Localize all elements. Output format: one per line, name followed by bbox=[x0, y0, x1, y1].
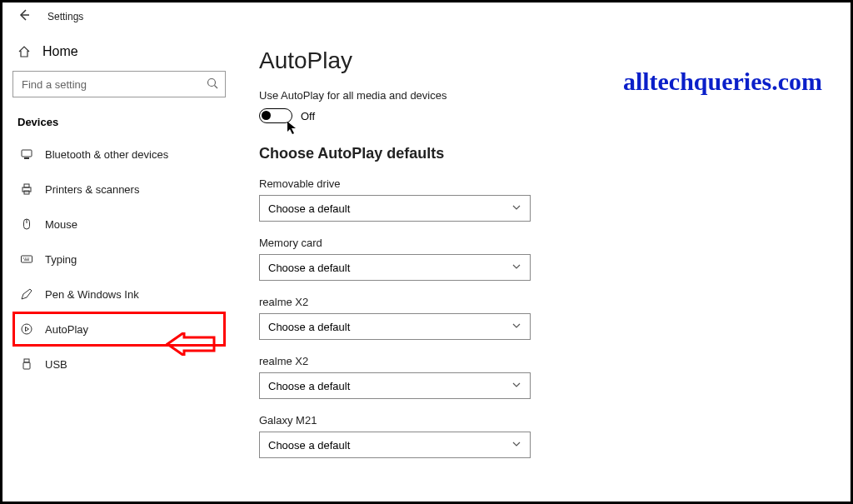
chevron-down-icon bbox=[511, 321, 521, 333]
toggle-state-text: Off bbox=[301, 110, 315, 122]
device-label: realme X2 bbox=[259, 355, 827, 367]
dropdown-value: Choose a default bbox=[268, 321, 350, 333]
sidebar-item-home[interactable]: Home bbox=[12, 39, 226, 67]
pen-icon bbox=[20, 287, 33, 301]
section-title: Choose AutoPlay defaults bbox=[259, 145, 827, 162]
settings-window: Settings Home Devices Bluetooth bbox=[0, 0, 853, 504]
category-header: Devices bbox=[12, 111, 226, 137]
svg-rect-9 bbox=[24, 359, 29, 362]
device-label: Removable drive bbox=[259, 177, 827, 190]
autoplay-icon bbox=[20, 322, 33, 336]
chevron-down-icon bbox=[511, 202, 521, 215]
cursor-icon bbox=[286, 120, 299, 135]
sidebar-item-label: Mouse bbox=[45, 218, 77, 231]
chevron-down-icon bbox=[511, 262, 521, 274]
usb-icon bbox=[20, 357, 33, 371]
svg-rect-1 bbox=[22, 150, 32, 157]
home-label: Home bbox=[42, 44, 78, 59]
sidebar-item-label: Pen & Windows Ink bbox=[45, 288, 139, 301]
svg-rect-2 bbox=[24, 157, 29, 159]
keyboard-icon bbox=[20, 252, 33, 266]
svg-rect-10 bbox=[23, 362, 30, 369]
svg-rect-4 bbox=[24, 184, 29, 187]
device-label: realme X2 bbox=[259, 296, 827, 308]
svg-point-0 bbox=[208, 79, 216, 87]
dropdown-realme-x2-1[interactable]: Choose a default bbox=[259, 313, 531, 340]
sidebar-item-mouse[interactable]: Mouse bbox=[12, 207, 226, 242]
annotation-arrow-icon bbox=[166, 332, 216, 356]
chevron-down-icon bbox=[511, 380, 521, 392]
title-bar: Settings bbox=[2, 2, 851, 31]
search-input[interactable] bbox=[12, 71, 226, 97]
sidebar-item-label: AutoPlay bbox=[45, 323, 88, 336]
bluetooth-icon bbox=[20, 147, 33, 161]
sidebar-item-typing[interactable]: Typing bbox=[12, 242, 226, 277]
sidebar-item-label: Typing bbox=[45, 253, 77, 266]
dropdown-value: Choose a default bbox=[268, 262, 350, 274]
dropdown-memory-card[interactable]: Choose a default bbox=[259, 254, 531, 281]
back-arrow-icon bbox=[17, 8, 31, 22]
sidebar-item-pen[interactable]: Pen & Windows Ink bbox=[12, 277, 226, 312]
dropdown-galaxy-m21[interactable]: Choose a default bbox=[259, 432, 531, 458]
mouse-icon bbox=[20, 217, 33, 231]
back-button[interactable] bbox=[17, 8, 31, 25]
dropdown-value: Choose a default bbox=[268, 439, 350, 452]
sidebar-item-bluetooth[interactable]: Bluetooth & other devices bbox=[12, 137, 226, 172]
dropdown-value: Choose a default bbox=[268, 202, 350, 215]
sidebar-item-printers[interactable]: Printers & scanners bbox=[12, 172, 226, 207]
chevron-down-icon bbox=[511, 439, 521, 452]
svg-point-8 bbox=[22, 324, 32, 334]
device-label: Memory card bbox=[259, 237, 827, 249]
sidebar: Home Devices Bluetooth & other devices bbox=[2, 31, 236, 502]
home-icon bbox=[17, 45, 31, 58]
sidebar-item-label: Printers & scanners bbox=[45, 183, 139, 196]
svg-rect-7 bbox=[22, 256, 32, 262]
dropdown-realme-x2-2[interactable]: Choose a default bbox=[259, 372, 531, 399]
watermark-text: alltechqueries.com bbox=[623, 67, 822, 96]
printer-icon bbox=[20, 182, 33, 196]
sidebar-item-label: Bluetooth & other devices bbox=[45, 148, 168, 161]
app-title: Settings bbox=[47, 11, 83, 22]
dropdown-removable-drive[interactable]: Choose a default bbox=[259, 195, 531, 222]
main-content: alltechqueries.com AutoPlay Use AutoPlay… bbox=[236, 31, 851, 502]
search-icon bbox=[206, 77, 219, 93]
dropdown-value: Choose a default bbox=[268, 380, 350, 392]
sidebar-item-label: USB bbox=[45, 358, 67, 371]
device-label: Galaxy M21 bbox=[259, 414, 827, 427]
